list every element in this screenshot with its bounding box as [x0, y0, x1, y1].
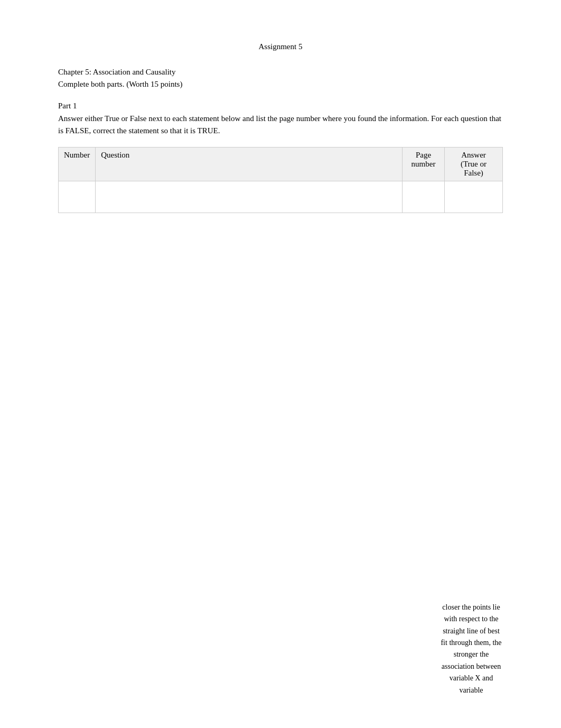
table-container: Number Question Page number Answer (True…	[58, 147, 503, 213]
instructions-content: Answer either True or False next to each…	[58, 114, 501, 135]
title-text: Assignment 5	[259, 42, 303, 51]
cell-number-1	[59, 181, 96, 213]
header-number: Number	[59, 147, 96, 181]
cell-page-1	[403, 181, 445, 213]
header-answer-line1: Answer	[450, 151, 497, 160]
header-page-text: Page number	[412, 151, 436, 168]
header-answer-line2: (True or False)	[450, 160, 497, 178]
header-answer: Answer (True or False)	[445, 147, 503, 181]
header-question: Question	[96, 147, 403, 181]
part-label: Part 1	[58, 102, 503, 110]
table-row-empty	[59, 181, 503, 213]
instructions-text: Answer either True or False next to each…	[58, 113, 503, 137]
header-question-text: Question	[101, 151, 129, 159]
chapter-info: Chapter 5: Association and Causality Com…	[58, 66, 503, 90]
header-page: Page number	[403, 147, 445, 181]
chapter-line1: Chapter 5: Association and Causality	[58, 66, 503, 78]
bottom-text-block: closer the points lie with respect to th…	[440, 602, 503, 696]
main-table: Number Question Page number Answer (True…	[58, 147, 503, 213]
chapter-line2: Complete both parts. (Worth 15 points)	[58, 78, 503, 90]
bottom-text-content: closer the points lie with respect to th…	[441, 603, 501, 694]
page: Assignment 5 Chapter 5: Association and …	[0, 0, 561, 728]
table-header-row: Number Question Page number Answer (True…	[59, 147, 503, 181]
cell-question-1	[96, 181, 403, 213]
cell-answer-1	[445, 181, 503, 213]
part-label-text: Part 1	[58, 102, 77, 110]
page-title: Assignment 5	[58, 42, 503, 51]
header-number-text: Number	[64, 151, 90, 159]
